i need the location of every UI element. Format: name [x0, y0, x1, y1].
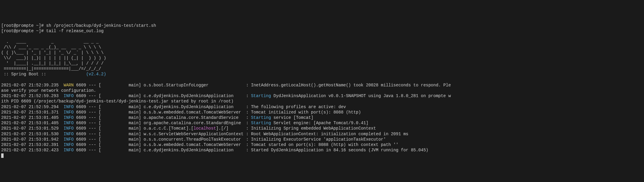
log-timestamp: 2021-02-07 21:53:01.405	[1, 121, 59, 125]
log-logger: c.e.dydjenkins.DydJenkinsApplication	[144, 148, 244, 153]
log-line: 2021-02-07 21:53:01.530 INFO 6609 --- [ …	[1, 132, 409, 136]
ascii-line: \\/ ___)| |_)| | | | | || (_| | ) ) ) )	[1, 56, 106, 60]
log-line: 2021-02-07 21:53:01.942 INFO 6609 --- [ …	[1, 137, 386, 142]
log-message: Root WebApplicationContext: initializati…	[251, 132, 408, 136]
log-level: INFO	[64, 121, 74, 125]
log-pid: 6609	[76, 142, 86, 147]
log-line-wrap: ase verify your network configuration.	[1, 88, 96, 93]
log-line: 2021-02-07 21:53:01.529 INFO 6609 --- [ …	[1, 126, 376, 131]
log-thread: main	[129, 115, 139, 120]
log-timestamp: 2021-02-07 21:53:01.405	[1, 115, 59, 120]
log-message: The following profiles are active: dev	[251, 105, 346, 109]
log-level: INFO	[64, 148, 74, 153]
log-level: INFO	[64, 132, 74, 136]
log-thread: main	[129, 137, 139, 142]
ascii-line: ' |____| .__|_| |_|_| |_\__, | / / / /	[1, 61, 103, 66]
log-pid: 6609	[76, 105, 86, 109]
log-timestamp: 2021-02-07 21:53:02.423	[1, 148, 59, 153]
log-message: service [Tomcat]	[271, 115, 313, 120]
prompt-line-2: [root@prompte ~]# tail -f release_out.lo…	[1, 29, 103, 33]
starting-token: Starting	[251, 115, 271, 120]
prompt-line-1: [root@prompte ~]# sh /project/backup/dyd…	[1, 23, 156, 28]
log-level: INFO	[64, 110, 74, 115]
log-line: 2021-02-07 21:53:02.391 INFO 6609 --- [ …	[1, 142, 398, 147]
log-pid: 6609	[76, 110, 86, 115]
terminal-output[interactable]: [root@prompte ~]# sh /project/backup/dyd…	[1, 23, 643, 158]
ascii-line: . ____ _ __ _ _	[1, 39, 99, 44]
log-logger: c.e.dydjenkins.DydJenkinsApplication	[144, 105, 244, 109]
log-timestamp: 2021-02-07 21:52:59.293	[1, 94, 59, 98]
command-flag: -f	[59, 29, 64, 33]
starting-token: Starting	[251, 94, 271, 98]
log-logger: o.s.s.concurrent.ThreadPoolTaskExecutor	[144, 137, 244, 142]
log-line: 2021-02-07 21:52:59.294 INFO 6609 --- [ …	[1, 105, 346, 109]
log-line: 2021-02-07 21:53:01.371 INFO 6609 --- [ …	[1, 110, 361, 115]
log-level: WARN	[64, 83, 74, 88]
log-logger: w.s.c.ServletWebServerApplicationContext	[144, 132, 244, 136]
log-thread: main	[129, 110, 139, 115]
log-message: Initializing Spring embedded WebApplicat…	[251, 126, 376, 131]
ascii-line: =========|_|==============|___/=/_/_/_/	[1, 66, 101, 71]
log-message: Initializing ExecutorService 'applicatio…	[251, 137, 386, 142]
log-logger: o.s.b.w.embedded.tomcat.TomcatWebServer	[144, 110, 244, 115]
log-timestamp: 2021-02-07 21:52:39.235	[1, 83, 59, 88]
log-level: INFO	[64, 105, 74, 109]
ascii-line: ( ( )\___ | '_ | '_| | '_ \/ _` | \ \ \ …	[1, 50, 103, 55]
log-pid: 6609	[76, 121, 86, 125]
log-thread: main	[129, 126, 139, 131]
log-pid: 6609	[76, 137, 86, 142]
log-level: INFO	[64, 126, 74, 131]
log-message: Servlet engine: [Apache Tomcat/9.0.41]	[271, 121, 368, 125]
log-pid: 6609	[76, 83, 86, 88]
starting-token: Starting	[251, 121, 271, 125]
log-level: INFO	[64, 142, 74, 147]
ascii-line: :: Spring Boot ::	[1, 72, 86, 77]
log-thread: main	[129, 142, 139, 147]
prompt-prefix: [root@prompte ~]#	[1, 23, 46, 28]
log-logger: o.apache.catalina.core.StandardService	[144, 115, 244, 120]
log-line-wrap: ith PID 6609 (/project/backup/dyd-jenkin…	[1, 99, 233, 104]
log-pid: 6609	[76, 132, 86, 136]
log-thread: main	[129, 83, 139, 88]
log-thread: main	[129, 121, 139, 125]
log-pid: 6609	[76, 115, 86, 120]
log-pid: 6609	[76, 126, 86, 131]
spring-version: (v2.4.2)	[86, 72, 106, 77]
log-level: INFO	[64, 94, 74, 98]
log-pid: 6609	[76, 94, 86, 98]
log-thread: main	[129, 105, 139, 109]
log-line: 2021-02-07 21:52:39.235 WARN 6609 --- [ …	[1, 83, 451, 88]
log-message: Tomcat initialized with port(s): 8088 (h…	[251, 110, 361, 115]
log-thread: main	[129, 94, 139, 98]
log-output: 2021-02-07 21:52:39.235 WARN 6609 --- [ …	[1, 83, 643, 153]
log-logger: c.e.dydjenkins.DydJenkinsApplication	[144, 94, 244, 98]
log-timestamp: 2021-02-07 21:53:01.942	[1, 137, 59, 142]
cursor-icon	[1, 153, 4, 158]
log-message: InetAddress.getLocalHost().getHostName()…	[251, 83, 451, 88]
log-timestamp: 2021-02-07 21:53:01.530	[1, 132, 59, 136]
log-logger: o.s.boot.StartupInfoLogger	[144, 83, 244, 88]
log-logger: o.s.b.w.embedded.tomcat.TomcatWebServer	[144, 142, 244, 147]
log-logger: o.a.c.c.C.[Tomcat].[	[144, 126, 194, 131]
ascii-line: /\\ / ___'_ __ _ _(_)_ __ __ _ \ \ \ \	[1, 45, 101, 50]
log-pid: 6609	[76, 148, 86, 153]
log-line: 2021-02-07 21:53:01.405 INFO 6609 --- [ …	[1, 121, 368, 125]
log-level: INFO	[64, 115, 74, 120]
log-message: Started DydJenkinsApplication in 84.16 s…	[251, 148, 428, 153]
command-text: tail	[46, 29, 59, 33]
log-timestamp: 2021-02-07 21:53:01.371	[1, 110, 59, 115]
log-message: DydJenkinsApplication v0.0.1-SNAPSHOT us…	[271, 94, 451, 98]
log-line: 2021-02-07 21:52:59.293 INFO 6609 --- [ …	[1, 94, 451, 98]
log-timestamp: 2021-02-07 21:53:01.529	[1, 126, 59, 131]
log-thread: main	[129, 148, 139, 153]
log-thread: main	[129, 132, 139, 136]
localhost-token: localhost	[194, 126, 216, 131]
log-message: Tomcat started on port(s): 8088 (http) w…	[251, 142, 398, 147]
prompt-prefix: [root@prompte ~]#	[1, 29, 46, 33]
log-timestamp: 2021-02-07 21:52:59.294	[1, 105, 59, 109]
command-text: release_out.log	[64, 29, 103, 33]
spring-banner: . ____ _ __ _ _ /\\ / ___'_ __ _ _(_)_ _…	[1, 39, 106, 77]
log-logger: ].[/]	[216, 126, 244, 131]
log-line: 2021-02-07 21:53:02.423 INFO 6609 --- [ …	[1, 148, 428, 153]
log-timestamp: 2021-02-07 21:53:02.391	[1, 142, 59, 147]
